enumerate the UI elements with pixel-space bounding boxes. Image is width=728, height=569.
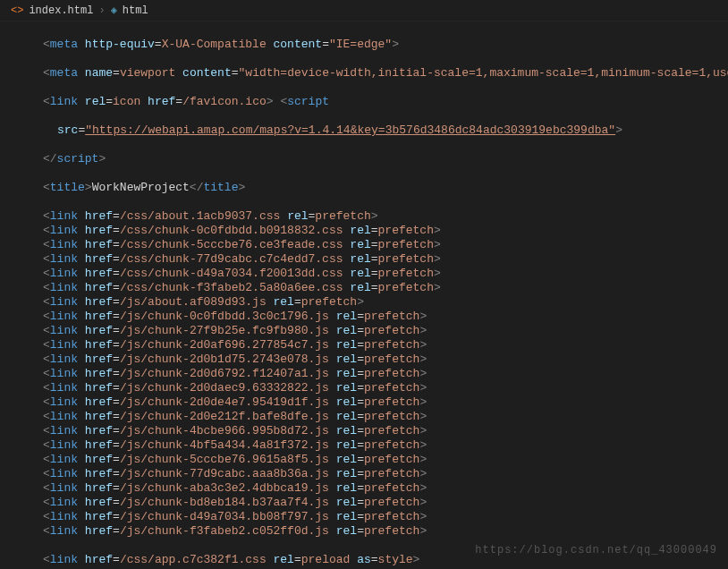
code-line[interactable]: <link href=/js/chunk-27f9b25e.fc9fb980.j…	[0, 324, 728, 338]
code-line[interactable]: <link href=/js/chunk-5cccbe76.9615a8f5.j…	[0, 453, 728, 467]
code-line[interactable]: <link href=/js/chunk-0c0fdbdd.3c0c1796.j…	[0, 310, 728, 324]
code-line[interactable]: <link href=/js/chunk-f3fabeb2.c052ff0d.j…	[0, 524, 728, 539]
breadcrumb-file[interactable]: index.html	[29, 4, 93, 17]
breadcrumb-element[interactable]: html	[123, 4, 148, 17]
code-line[interactable]: <link href=/css/chunk-0c0fdbdd.b0918832.…	[0, 224, 728, 238]
code-line[interactable]: <link href=/js/chunk-2d0de4e7.95419d1f.j…	[0, 395, 728, 410]
code-line[interactable]: <link href=/js/chunk-77d9cabc.aaa8b36a.j…	[0, 467, 728, 481]
element-icon: ◈	[111, 4, 117, 17]
code-line[interactable]: <link href=/js/chunk-2d0b1d75.2743e078.j…	[0, 352, 728, 367]
code-line[interactable]: <link href=/js/chunk-2d0e212f.bafe8dfe.j…	[0, 410, 728, 424]
code-line[interactable]: <link href=/js/chunk-4bcbe966.995b8d72.j…	[0, 424, 728, 438]
code-line[interactable]: <title>WorkNewProject</title>	[0, 181, 728, 195]
code-line[interactable]: <link href=/js/chunk-aba3c3e2.4dbbca19.j…	[0, 481, 728, 496]
watermark-text: https://blog.csdn.net/qq_43000049	[475, 544, 717, 556]
code-line[interactable]: <link href=/css/chunk-5cccbe76.ce3feade.…	[0, 238, 728, 252]
code-line[interactable]: <link rel=icon href=/favicon.ico> <scrip…	[0, 95, 728, 109]
code-line[interactable]: src="https://webapi.amap.com/maps?v=1.4.…	[0, 123, 728, 138]
code-line[interactable]: <link href=/js/chunk-bd8eb184.b37aa7f4.j…	[0, 496, 728, 510]
code-line[interactable]: </script>	[0, 152, 728, 166]
code-line[interactable]: <meta http-equiv=X-UA-Compatible content…	[0, 38, 728, 52]
code-line[interactable]: <link href=/js/chunk-d49a7034.bb08f797.j…	[0, 510, 728, 524]
chevron-right-icon: ›	[98, 4, 105, 17]
code-line[interactable]: <link href=/js/chunk-2d0daec9.63332822.j…	[0, 381, 728, 395]
code-line[interactable]: <link href=/css/chunk-d49a7034.f20013dd.…	[0, 267, 728, 281]
code-line[interactable]: <link href=/js/chunk-2d0af696.277854c7.j…	[0, 338, 728, 352]
code-line[interactable]: <link href=/css/chunk-f3fabeb2.5a80a6ee.…	[0, 281, 728, 295]
file-icon: <>	[11, 4, 23, 17]
code-line[interactable]: <link href=/css/about.1acb9037.css rel=p…	[0, 209, 728, 224]
code-line[interactable]: <link href=/css/chunk-77d9cabc.c7c4edd7.…	[0, 252, 728, 267]
code-line[interactable]: <link href=/js/chunk-2d0d6792.f12407a1.j…	[0, 367, 728, 381]
code-line[interactable]: <meta name=viewport content="width=devic…	[0, 66, 728, 81]
breadcrumb[interactable]: <> index.html › ◈ html	[0, 0, 728, 21]
code-editor[interactable]: <meta http-equiv=X-UA-Compatible content…	[0, 21, 728, 569]
code-line[interactable]: <link href=/js/chunk-4bf5a434.4a81f372.j…	[0, 438, 728, 453]
code-line[interactable]: <link href=/js/about.af089d93.js rel=pre…	[0, 295, 728, 310]
